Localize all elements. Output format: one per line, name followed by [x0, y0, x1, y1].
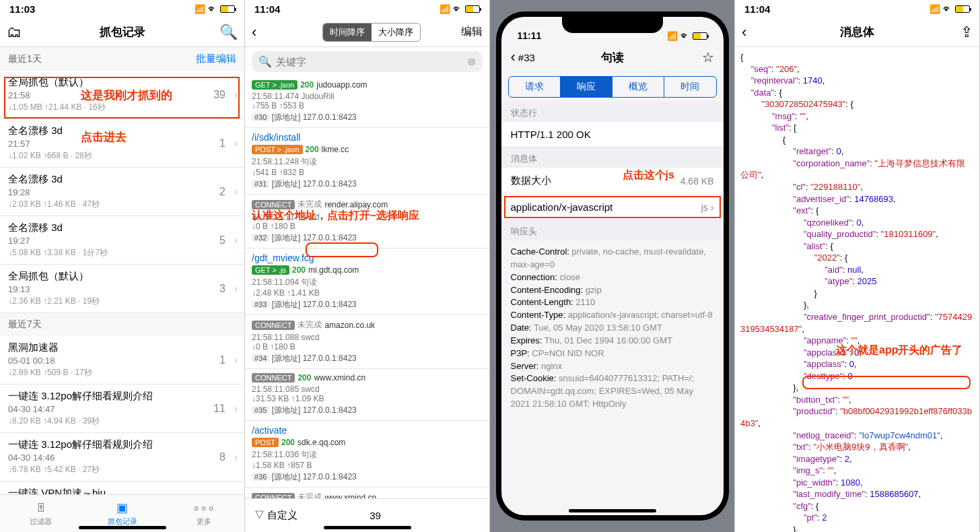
request-item[interactable]: CONNECT 未完成 www.xmind.cn21:58:09.885 swc…	[245, 488, 489, 498]
signal-icon: 📶	[195, 4, 205, 14]
home-indicator[interactable]	[324, 526, 411, 529]
record-icon: ▣	[116, 500, 128, 515]
more-icon: ∘∘∘	[193, 500, 215, 515]
edit-link[interactable]: 编辑	[461, 25, 483, 39]
capture-list: 全局抓包（默认）21:58↓1.05 MB ↑21.44 KB · 16秒39›…	[0, 71, 244, 494]
notch	[562, 17, 663, 33]
phone-frame: 11:11 📶ᯤ ‹ #33 句读 ☆ 请求 响应 概览 时间 状态行 HTTP…	[496, 11, 729, 521]
tab-filter[interactable]: 🎚过滤器	[0, 495, 81, 532]
list-item[interactable]: 全名漂移 3d21:57↓1.02 KB ↑668 B · 28秒1›	[0, 119, 244, 168]
request-count: 39	[370, 510, 381, 521]
section-header: 最近1天 批量编辑	[0, 47, 244, 71]
search-icon[interactable]: 🔍	[208, 24, 238, 41]
signal-icon: 📶	[440, 4, 450, 14]
battery-icon	[220, 5, 235, 13]
wifi-icon: ᯤ	[453, 3, 462, 14]
wifi-icon: ᯤ	[943, 3, 952, 14]
clock: 11:11	[518, 30, 542, 41]
seg-size[interactable]: 大小降序	[372, 24, 420, 41]
phone-screen: 11:11 📶ᯤ ‹ #33 句读 ☆ 请求 响应 概览 时间 状态行 HTTP…	[501, 17, 724, 515]
clock: 11:03	[9, 3, 35, 15]
list-item[interactable]: 全名漂移 3d19:28↓2.03 KB ↑1.46 KB · 47秒2›	[0, 168, 244, 216]
page-title: 消息体	[771, 24, 943, 40]
json-viewer[interactable]: { "seq": "206", "reqinterval": 1740, "da…	[735, 47, 979, 532]
group-status: 状态行	[501, 102, 724, 122]
share-icon[interactable]: ⇪	[943, 24, 973, 41]
battery-icon	[693, 32, 707, 40]
tab-request[interactable]: 请求	[509, 77, 561, 97]
chevron-right-icon: ›	[234, 403, 238, 415]
filter-custom[interactable]: ▽ 自定义	[254, 509, 298, 522]
statusbar: 11:04 📶ᯤ	[245, 0, 489, 18]
chevron-right-icon: ›	[234, 186, 238, 198]
search-input[interactable]	[276, 56, 463, 67]
request-item[interactable]: /activatePOST 200 sdk.e.qq.com21:58:11.0…	[245, 421, 489, 488]
searchbar[interactable]: 🔍 ⊗	[252, 51, 483, 72]
chevron-right-icon: ›	[234, 354, 238, 366]
panel-body-json: 11:04 📶ᯤ ‹ 消息体 ⇪ { "seq": "206", "reqint…	[735, 0, 980, 532]
chevron-right-icon: ›	[234, 234, 238, 246]
request-item[interactable]: CONNECT 未完成 render.alipay.com21:58:11.11…	[245, 195, 489, 248]
home-indicator[interactable]	[569, 509, 656, 512]
back-icon[interactable]: ‹	[742, 24, 771, 41]
statusbar: 11:03 📶 ᯤ	[0, 0, 244, 18]
list-item[interactable]: 一键连 VPN加速～biu04-30 14:431›	[0, 481, 244, 494]
folder-icon[interactable]: 🗂	[7, 24, 36, 41]
back-icon[interactable]: ‹	[252, 24, 281, 41]
clock: 11:04	[254, 3, 280, 15]
tab-response[interactable]: 响应	[561, 77, 612, 97]
chevron-right-icon: ›	[234, 494, 238, 494]
navbar: 🗂 抓包记录 🔍	[0, 18, 244, 47]
sliders-icon: 🎚	[35, 501, 47, 515]
list-item[interactable]: 全局抓包（默认）21:58↓1.05 MB ↑21.44 KB · 16秒39›	[0, 71, 244, 119]
group-body: 消息体	[501, 147, 724, 168]
status-line: HTTP/1.1 200 OK	[501, 122, 724, 147]
navbar: ‹ #33 句读 ☆	[501, 42, 724, 72]
tab-timing[interactable]: 时间	[664, 77, 715, 97]
page-title: 句读	[501, 50, 724, 65]
signal-icon: 📶	[667, 31, 678, 41]
chevron-right-icon: ›	[234, 137, 238, 149]
request-item[interactable]: CONNECT 未完成 amazon.co.uk21:58:11.088 swc…	[245, 315, 489, 369]
detail-tabs[interactable]: 请求 响应 概览 时间	[508, 76, 717, 98]
request-item[interactable]: CONNECT 200 www.xmind.cn21:58:11.085 swc…	[245, 369, 489, 421]
panel-request-list: 11:04 📶ᯤ ‹ 时间降序 大小降序 编辑 🔍 ⊗ GET > .json …	[245, 0, 490, 532]
clock: 11:04	[744, 3, 770, 15]
chevron-right-icon: ›	[234, 89, 238, 101]
battery-icon	[955, 5, 970, 13]
row-content-type[interactable]: application/x-javascript js ›	[501, 195, 724, 220]
request-item[interactable]: GET > .json 200 judouapp.com21:58:11.474…	[245, 76, 489, 128]
chevron-right-icon: ›	[711, 202, 714, 213]
navbar: ‹ 消息体 ⇪	[735, 18, 979, 47]
tab-overview[interactable]: 概览	[612, 77, 664, 97]
request-list: GET > .json 200 judouapp.com21:58:11.474…	[245, 76, 489, 498]
list-item[interactable]: 全局抓包（默认）19:13↓2.36 KB ↑2.21 KB · 19秒3›	[0, 265, 244, 313]
wifi-icon: ᯤ	[680, 30, 690, 41]
clear-icon[interactable]: ⊗	[467, 55, 476, 68]
seg-time[interactable]: 时间降序	[323, 24, 372, 41]
row-size: 数据大小 4.68 KB	[501, 168, 724, 195]
statusbar: 11:04 📶ᯤ	[735, 0, 979, 18]
wifi-icon: ᯤ	[208, 3, 217, 14]
tab-more[interactable]: ∘∘∘更多	[163, 495, 244, 532]
home-indicator[interactable]	[79, 526, 166, 529]
list-item[interactable]: 一键连 3.12po解仔细看规则介绍04-30 14:47↓8.20 KB ↑4…	[0, 385, 244, 433]
chevron-right-icon: ›	[234, 451, 238, 463]
sort-segment[interactable]: 时间降序 大小降序	[322, 23, 421, 42]
navbar: ‹ 时间降序 大小降序 编辑	[245, 18, 489, 47]
chevron-right-icon: ›	[234, 283, 238, 295]
group-resp-headers: 响应头	[501, 220, 724, 240]
request-item[interactable]: /gdt_mview.fcgGET > .js 200 mi.gdt.qq.co…	[245, 248, 489, 315]
request-item[interactable]: /i/sdk/installPOST > .json 200 lkme.cc21…	[245, 128, 489, 195]
funnel-icon: ▽	[254, 509, 265, 521]
panel-capture-list: 11:03 📶 ᯤ 🗂 抓包记录 🔍 最近1天 批量编辑 全局抓包（默认）21:…	[0, 0, 245, 532]
batch-edit-link[interactable]: 批量编辑	[196, 53, 236, 65]
response-headers: Cache-Control: private, no-cache, must-r…	[501, 240, 724, 416]
list-item[interactable]: 一键连 3.12po解仔细看规则介绍04-30 14:46↓6.78 KB ↑5…	[0, 433, 244, 481]
battery-icon	[465, 5, 480, 13]
page-title: 抓包记录	[36, 24, 208, 40]
list-item[interactable]: 黑洞加速器05-01 00:18↓2.89 KB ↑509 B · 17秒1›	[0, 336, 244, 385]
panel-response-detail: 11:11 📶ᯤ ‹ #33 句读 ☆ 请求 响应 概览 时间 状态行 HTTP…	[490, 0, 735, 532]
signal-icon: 📶	[930, 4, 940, 14]
list-item[interactable]: 全名漂移 3d19:27↓5.08 KB ↑3.38 KB · 1分7秒5›	[0, 216, 244, 265]
